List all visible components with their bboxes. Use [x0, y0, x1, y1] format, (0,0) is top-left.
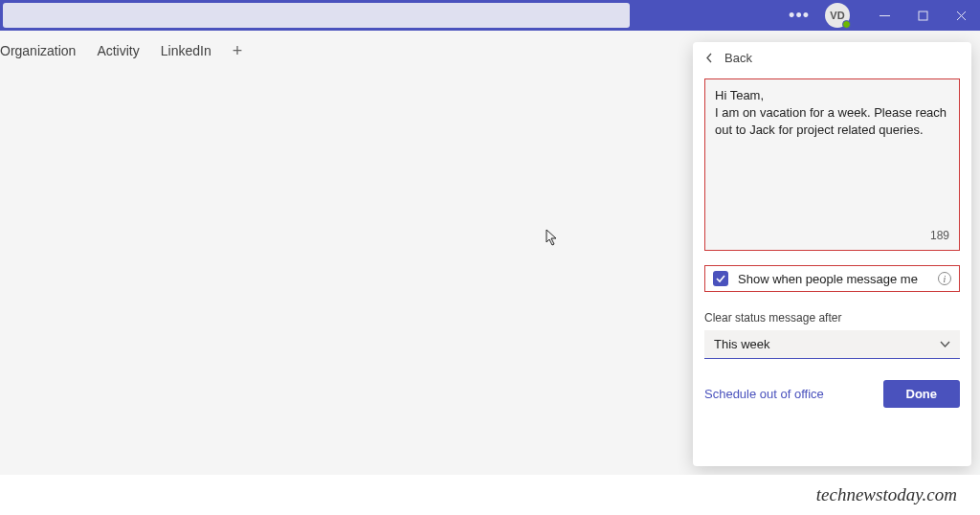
minimize-button[interactable]	[865, 0, 903, 31]
main-area: Organization Activity LinkedIn + Back Hi…	[0, 31, 980, 475]
panel-bottom-row: Schedule out of office Done	[704, 380, 960, 408]
schedule-out-of-office-link[interactable]: Schedule out of office	[704, 387, 824, 401]
title-bar: ••• VD	[0, 0, 980, 31]
avatar-initials: VD	[830, 10, 844, 21]
checkbox-label: Show when people message me	[738, 272, 918, 286]
more-icon[interactable]: •••	[789, 6, 810, 26]
maximize-button[interactable]	[903, 0, 942, 31]
watermark: technewstoday.com	[0, 475, 980, 515]
minimize-icon	[880, 11, 890, 21]
message-line: Hi Team,	[715, 87, 949, 104]
cursor-icon	[546, 229, 559, 246]
char-count: 189	[930, 228, 949, 244]
show-when-message-row: Show when people message me i	[704, 265, 960, 292]
close-icon	[956, 11, 967, 21]
back-button[interactable]: Back	[704, 51, 960, 65]
tab-activity[interactable]: Activity	[97, 43, 139, 58]
tab-linkedin[interactable]: LinkedIn	[161, 43, 212, 58]
add-tab-button[interactable]: +	[233, 44, 243, 57]
check-icon	[716, 274, 725, 283]
back-label: Back	[724, 51, 752, 65]
clear-after-dropdown[interactable]: This week	[704, 330, 960, 359]
show-when-message-checkbox[interactable]	[713, 271, 728, 286]
chevron-down-icon	[940, 339, 950, 349]
status-panel: Back Hi Team, I am on vacation for a wee…	[693, 42, 971, 466]
maximize-icon	[918, 11, 928, 21]
svg-rect-1	[919, 11, 927, 20]
info-icon[interactable]: i	[938, 272, 951, 285]
chevron-left-icon	[704, 53, 715, 63]
title-bar-right: ••• VD	[789, 0, 980, 31]
message-line: I am on vacation for a week. Please reac…	[715, 104, 949, 139]
status-message-input[interactable]: Hi Team, I am on vacation for a week. Pl…	[704, 78, 960, 251]
dropdown-value: This week	[714, 337, 770, 351]
avatar[interactable]: VD	[825, 3, 850, 28]
done-button[interactable]: Done	[883, 380, 961, 408]
tab-organization[interactable]: Organization	[0, 43, 76, 58]
presence-indicator	[842, 20, 851, 29]
search-input[interactable]	[3, 3, 630, 28]
close-button[interactable]	[942, 0, 980, 31]
clear-after-label: Clear status message after	[704, 311, 960, 325]
